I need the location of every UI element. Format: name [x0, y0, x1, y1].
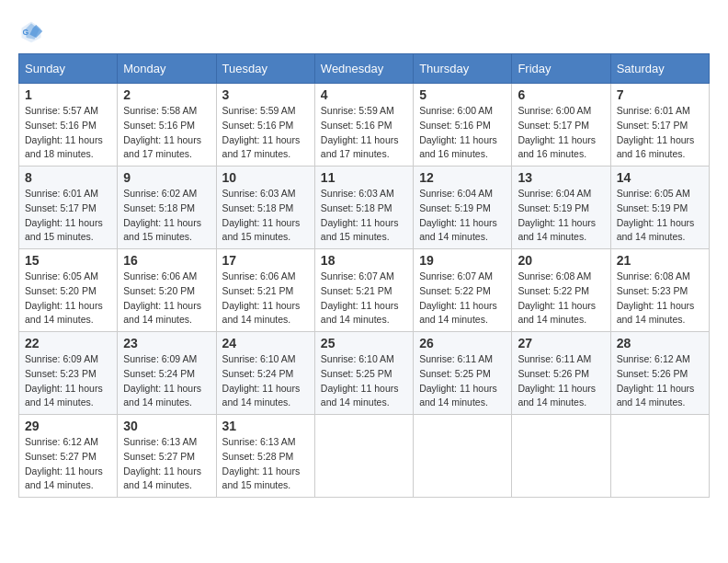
day-detail: Sunrise: 6:08 AMSunset: 5:22 PMDaylight:… [518, 270, 604, 327]
day-detail: Sunrise: 6:04 AMSunset: 5:19 PMDaylight:… [419, 187, 506, 245]
header-friday: Friday [512, 54, 610, 84]
day-number: 27 [518, 336, 604, 350]
day-detail: Sunrise: 6:01 AMSunset: 5:17 PMDaylight:… [617, 104, 703, 162]
day-number: 17 [222, 253, 309, 268]
day-detail: Sunrise: 6:12 AMSunset: 5:27 PMDaylight:… [25, 435, 111, 493]
day-number: 4 [321, 87, 407, 102]
calendar-table: SundayMondayTuesdayWednesdayThursdayFrid… [18, 53, 710, 498]
day-cell: 13Sunrise: 6:04 AMSunset: 5:19 PMDayligh… [512, 167, 610, 249]
day-cell [414, 415, 512, 498]
day-number: 18 [321, 253, 407, 268]
day-detail: Sunrise: 6:06 AMSunset: 5:21 PMDaylight:… [222, 270, 309, 327]
day-cell: 28Sunrise: 6:12 AMSunset: 5:26 PMDayligh… [610, 332, 709, 415]
day-detail: Sunrise: 6:02 AMSunset: 5:18 PMDaylight:… [123, 187, 210, 245]
day-cell: 31Sunrise: 6:13 AMSunset: 5:28 PMDayligh… [216, 415, 314, 498]
day-detail: Sunrise: 5:59 AMSunset: 5:16 PMDaylight:… [222, 104, 309, 162]
day-detail: Sunrise: 6:12 AMSunset: 5:26 PMDaylight:… [617, 352, 703, 410]
day-cell: 17Sunrise: 6:06 AMSunset: 5:21 PMDayligh… [216, 249, 314, 332]
day-cell: 24Sunrise: 6:10 AMSunset: 5:24 PMDayligh… [216, 332, 314, 415]
day-number: 7 [617, 87, 703, 102]
page-header: G [18, 18, 710, 44]
day-detail: Sunrise: 6:04 AMSunset: 5:19 PMDaylight:… [518, 187, 604, 245]
day-cell: 10Sunrise: 6:03 AMSunset: 5:18 PMDayligh… [216, 167, 314, 249]
day-number: 1 [25, 87, 111, 102]
day-detail: Sunrise: 6:00 AMSunset: 5:16 PMDaylight:… [419, 104, 506, 162]
day-cell: 9Sunrise: 6:02 AMSunset: 5:18 PMDaylight… [118, 167, 216, 249]
day-cell [314, 415, 413, 498]
day-number: 29 [25, 419, 111, 433]
day-cell: 29Sunrise: 6:12 AMSunset: 5:27 PMDayligh… [19, 415, 118, 498]
day-detail: Sunrise: 6:07 AMSunset: 5:21 PMDaylight:… [321, 270, 407, 327]
day-cell: 8Sunrise: 6:01 AMSunset: 5:17 PMDaylight… [19, 167, 118, 249]
day-cell: 26Sunrise: 6:11 AMSunset: 5:25 PMDayligh… [414, 332, 512, 415]
day-number: 2 [123, 87, 210, 102]
day-number: 25 [321, 336, 407, 350]
day-cell: 7Sunrise: 6:01 AMSunset: 5:17 PMDaylight… [610, 84, 709, 167]
day-detail: Sunrise: 6:03 AMSunset: 5:18 PMDaylight:… [321, 187, 407, 245]
day-detail: Sunrise: 6:13 AMSunset: 5:28 PMDaylight:… [222, 435, 309, 493]
day-detail: Sunrise: 6:06 AMSunset: 5:20 PMDaylight:… [123, 270, 210, 327]
header-saturday: Saturday [610, 54, 709, 84]
day-number: 8 [25, 170, 111, 185]
day-cell: 20Sunrise: 6:08 AMSunset: 5:22 PMDayligh… [512, 249, 610, 332]
day-number: 12 [419, 170, 506, 185]
day-detail: Sunrise: 6:07 AMSunset: 5:22 PMDaylight:… [419, 270, 506, 327]
logo-icon: G [18, 18, 44, 44]
week-row: 22Sunrise: 6:09 AMSunset: 5:23 PMDayligh… [19, 332, 710, 415]
day-detail: Sunrise: 6:10 AMSunset: 5:24 PMDaylight:… [222, 352, 309, 410]
day-number: 30 [123, 419, 210, 433]
day-number: 11 [321, 170, 407, 185]
day-cell: 4Sunrise: 5:59 AMSunset: 5:16 PMDaylight… [314, 84, 413, 167]
day-detail: Sunrise: 6:11 AMSunset: 5:25 PMDaylight:… [419, 352, 506, 410]
day-cell: 27Sunrise: 6:11 AMSunset: 5:26 PMDayligh… [512, 332, 610, 415]
day-cell: 15Sunrise: 6:05 AMSunset: 5:20 PMDayligh… [19, 249, 118, 332]
header-row: SundayMondayTuesdayWednesdayThursdayFrid… [19, 54, 710, 84]
day-cell: 12Sunrise: 6:04 AMSunset: 5:19 PMDayligh… [414, 167, 512, 249]
day-cell: 21Sunrise: 6:08 AMSunset: 5:23 PMDayligh… [610, 249, 709, 332]
day-number: 16 [123, 253, 210, 268]
day-cell: 1Sunrise: 5:57 AMSunset: 5:16 PMDaylight… [19, 84, 118, 167]
day-cell: 22Sunrise: 6:09 AMSunset: 5:23 PMDayligh… [19, 332, 118, 415]
day-cell: 3Sunrise: 5:59 AMSunset: 5:16 PMDaylight… [216, 84, 314, 167]
day-detail: Sunrise: 5:58 AMSunset: 5:16 PMDaylight:… [123, 104, 210, 162]
week-row: 29Sunrise: 6:12 AMSunset: 5:27 PMDayligh… [19, 415, 710, 498]
day-detail: Sunrise: 6:08 AMSunset: 5:23 PMDaylight:… [617, 270, 703, 327]
day-detail: Sunrise: 5:57 AMSunset: 5:16 PMDaylight:… [25, 104, 111, 162]
day-number: 21 [617, 253, 703, 268]
svg-text:G: G [22, 28, 28, 37]
day-number: 26 [419, 336, 506, 350]
day-detail: Sunrise: 6:11 AMSunset: 5:26 PMDaylight:… [518, 352, 604, 410]
day-number: 14 [617, 170, 703, 185]
day-cell [512, 415, 610, 498]
calendar-header: SundayMondayTuesdayWednesdayThursdayFrid… [19, 54, 710, 84]
day-cell: 30Sunrise: 6:13 AMSunset: 5:27 PMDayligh… [118, 415, 216, 498]
day-number: 31 [222, 419, 309, 433]
day-cell: 2Sunrise: 5:58 AMSunset: 5:16 PMDaylight… [118, 84, 216, 167]
day-detail: Sunrise: 6:10 AMSunset: 5:25 PMDaylight:… [321, 352, 407, 410]
day-detail: Sunrise: 6:09 AMSunset: 5:23 PMDaylight:… [25, 352, 111, 410]
week-row: 15Sunrise: 6:05 AMSunset: 5:20 PMDayligh… [19, 249, 710, 332]
day-detail: Sunrise: 6:13 AMSunset: 5:27 PMDaylight:… [123, 435, 210, 493]
day-number: 15 [25, 253, 111, 268]
day-cell: 11Sunrise: 6:03 AMSunset: 5:18 PMDayligh… [314, 167, 413, 249]
day-cell: 6Sunrise: 6:00 AMSunset: 5:17 PMDaylight… [512, 84, 610, 167]
day-detail: Sunrise: 6:09 AMSunset: 5:24 PMDaylight:… [123, 352, 210, 410]
header-monday: Monday [118, 54, 216, 84]
day-detail: Sunrise: 6:01 AMSunset: 5:17 PMDaylight:… [25, 187, 111, 245]
week-row: 8Sunrise: 6:01 AMSunset: 5:17 PMDaylight… [19, 167, 710, 249]
day-number: 9 [123, 170, 210, 185]
day-number: 3 [222, 87, 309, 102]
day-detail: Sunrise: 6:00 AMSunset: 5:17 PMDaylight:… [518, 104, 604, 162]
day-number: 10 [222, 170, 309, 185]
day-number: 22 [25, 336, 111, 350]
header-tuesday: Tuesday [216, 54, 314, 84]
day-detail: Sunrise: 6:05 AMSunset: 5:19 PMDaylight:… [617, 187, 703, 245]
header-sunday: Sunday [19, 54, 118, 84]
day-number: 6 [518, 87, 604, 102]
header-thursday: Thursday [414, 54, 512, 84]
header-wednesday: Wednesday [314, 54, 413, 84]
day-cell: 5Sunrise: 6:00 AMSunset: 5:16 PMDaylight… [414, 84, 512, 167]
day-number: 23 [123, 336, 210, 350]
logo: G [18, 18, 48, 44]
day-cell: 16Sunrise: 6:06 AMSunset: 5:20 PMDayligh… [118, 249, 216, 332]
